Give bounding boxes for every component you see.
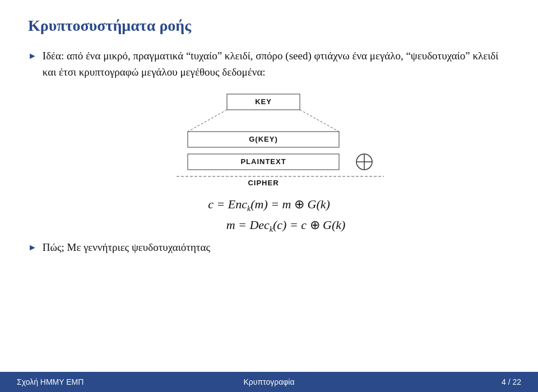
footer-left: Σχολή ΗΜΜΥ ΕΜΠ xyxy=(17,377,84,386)
gkey-label: G(KEY) xyxy=(249,135,278,143)
footer: Σχολή ΗΜΜΥ ΕΜΠ Κρυπτογραφία 4 / 22 xyxy=(0,372,538,392)
key-label: KEY xyxy=(255,97,272,106)
formula-1-area: c = Enck(m) = m ⊕ G(k) xyxy=(28,197,510,213)
bullet-item-1: ► Ιδέα: από ένα μικρό, πραγματικά “tυχαί… xyxy=(28,48,510,80)
plaintext-label: PLAINTEXT xyxy=(240,157,286,166)
cipher-label: CIPHER xyxy=(248,179,279,187)
bullet-text-2: Πώς; Με γεννήτριες ψευδοτυχαιότητας xyxy=(43,241,510,254)
formula-1: c = Enck(m) = m ⊕ G(k) xyxy=(208,197,330,211)
footer-right: 4 / 22 xyxy=(502,377,521,386)
bullet-text-1: Ιδέα: από ένα μικρό, πραγματικά “tυχαίο”… xyxy=(43,48,510,80)
formula-2-area: m = Deck(c) = c ⊕ G(k) xyxy=(28,218,510,234)
bullet-arrow-2: ► xyxy=(28,242,37,253)
svg-line-2 xyxy=(300,110,339,132)
page-title: Κρυπτοσυστήματα ροής xyxy=(28,17,510,35)
footer-center: Κρυπτογραφία xyxy=(243,377,294,386)
svg-line-1 xyxy=(188,110,227,132)
bullet-arrow-1: ► xyxy=(28,49,37,63)
bullet-item-2: ► Πώς; Με γεννήτριες ψευδοτυχαιότητας xyxy=(28,241,510,254)
diagram-svg: KEY G(KEY) PLAINTEXT CIPHER xyxy=(146,91,392,189)
formula-2: m = Deck(c) = c ⊕ G(k) xyxy=(226,218,346,232)
main-content: Κρυπτοσυστήματα ροής ► Ιδέα: από ένα μικ… xyxy=(0,0,538,270)
diagram-area: KEY G(KEY) PLAINTEXT CIPHER xyxy=(28,91,510,189)
